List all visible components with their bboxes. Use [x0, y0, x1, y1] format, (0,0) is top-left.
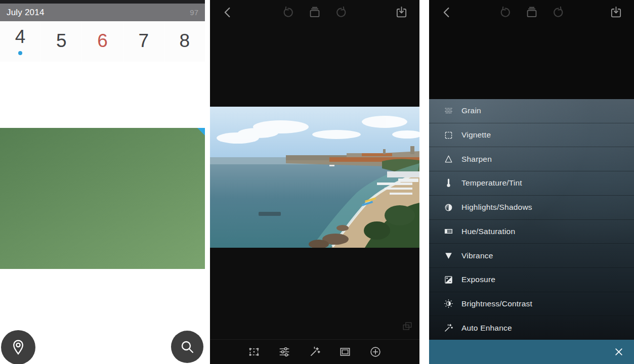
editor-adjust-screen: GrainVignetteSharpenTemperature/TintHigh… — [429, 0, 634, 364]
vignette-icon — [443, 130, 454, 141]
enhance-icon — [308, 345, 321, 358]
sharpen-icon — [443, 154, 454, 164]
adjust-item-temperature-tint[interactable]: Temperature/Tint — [429, 171, 634, 196]
day-cell: 4 — [0, 21, 40, 62]
frame-button[interactable] — [339, 345, 352, 358]
compare-button[interactable] — [402, 321, 413, 332]
back-icon — [440, 6, 454, 19]
redo-button[interactable] — [552, 6, 565, 19]
editor-photo-canvas[interactable] — [210, 107, 419, 248]
back-icon — [221, 6, 235, 19]
day-number: 4 — [15, 27, 26, 46]
export-icon — [609, 6, 623, 19]
crop-icon — [247, 345, 261, 358]
day-number: 7 — [138, 31, 149, 50]
exposure-icon — [443, 275, 454, 285]
brightness-icon — [443, 298, 454, 309]
adjust-item-label: Temperature/Tint — [461, 178, 522, 188]
adjust-item-label: Auto Enhance — [461, 324, 512, 333]
app-window: July 2014 97 43264 x 24483264 x 24483264… — [0, 0, 634, 364]
undo-button[interactable] — [498, 6, 512, 19]
adjust-item-vignette[interactable]: Vignette — [429, 123, 634, 148]
day-number: 6 — [97, 31, 108, 50]
search-button[interactable] — [171, 331, 203, 363]
crop-button[interactable] — [247, 345, 261, 358]
undo-icon — [281, 6, 295, 19]
sync-corner-icon — [197, 128, 205, 135]
highlights-icon — [443, 202, 454, 213]
day-cell: 7 — [123, 21, 164, 62]
day-number: 5 — [56, 31, 67, 50]
adjust-icon — [278, 345, 291, 358]
adjust-item-label: Sharpen — [461, 155, 492, 164]
undo-icon — [498, 6, 512, 19]
adjust-icon — [280, 348, 288, 356]
map-button[interactable] — [1, 330, 35, 364]
enhance-button[interactable] — [308, 345, 321, 358]
location-fab-icon — [9, 338, 27, 356]
day-cell: 5 — [41, 21, 81, 62]
back-button[interactable] — [221, 6, 235, 19]
versions-icon — [308, 6, 322, 19]
adjust-item-vibrance[interactable]: Vibrance — [429, 244, 634, 268]
versions-icon — [525, 6, 538, 19]
add-button[interactable] — [369, 345, 382, 358]
month-title: July 2014 — [7, 8, 45, 18]
adjust-item-grain[interactable]: Grain — [429, 99, 634, 123]
library-header: July 2014 97 — [0, 4, 205, 21]
export-button[interactable] — [395, 6, 408, 19]
editor-bottom-toolbar — [210, 339, 419, 364]
vibrance-icon — [443, 250, 454, 261]
grain-icon — [443, 106, 454, 116]
versions-button[interactable] — [525, 6, 538, 19]
undo-button[interactable] — [281, 6, 295, 19]
compare-icon — [402, 321, 413, 332]
versions-button[interactable] — [308, 6, 322, 19]
close-icon — [614, 347, 624, 357]
adjust-menu-bar — [429, 340, 634, 364]
search-fab-icon — [179, 339, 195, 355]
redo-button[interactable] — [335, 6, 349, 19]
editor-screen — [210, 0, 419, 364]
back-button[interactable] — [440, 6, 454, 19]
add-icon — [369, 345, 382, 358]
photo-thumbnail[interactable] — [0, 128, 205, 269]
day-cell: 8 — [164, 21, 205, 62]
adjust-item-label: Brightness/Contrast — [461, 299, 532, 308]
adjust-item-auto-enhance[interactable]: Auto Enhance — [429, 316, 634, 340]
day-marker-dot — [18, 51, 22, 55]
adjust-item-highlights-shadows[interactable]: Highlights/Shadows — [429, 196, 634, 220]
adjust-item-label: Vignette — [461, 130, 491, 140]
redo-icon — [552, 6, 565, 19]
adjust-item-label: Highlights/Shadows — [461, 203, 532, 212]
editor-top-toolbar — [210, 0, 419, 24]
export-button[interactable] — [609, 6, 623, 19]
hue-icon — [443, 226, 454, 237]
day-cell: 6 — [82, 21, 122, 62]
temperature-icon — [443, 178, 454, 189]
autoenhance-icon — [443, 323, 454, 333]
adjust-top-toolbar — [429, 0, 634, 24]
redo-icon — [335, 6, 349, 19]
adjust-item-label: Hue/Saturation — [461, 227, 515, 236]
photo-count: 97 — [190, 8, 198, 17]
adjust-item-brightness-contrast[interactable]: Brightness/Contrast — [429, 292, 634, 316]
statusbar-strip — [0, 0, 205, 4]
adjust-item-hue-saturation[interactable]: Hue/Saturation — [429, 220, 634, 244]
adjust-item-sharpen[interactable]: Sharpen — [429, 147, 634, 171]
adjust-item-label: Vibrance — [461, 251, 493, 260]
photo-grid: 43264 x 24483264 x 24483264 x 24485472 x… — [0, 21, 205, 364]
adjust-button[interactable] — [278, 345, 291, 358]
day-number: 8 — [180, 31, 190, 50]
frame-icon — [339, 345, 352, 358]
adjust-item-label: Exposure — [461, 275, 495, 284]
adjust-item-label: Grain — [461, 106, 481, 115]
library-screen: July 2014 97 43264 x 24483264 x 24483264… — [0, 0, 205, 364]
adjust-menu-list: GrainVignetteSharpenTemperature/TintHigh… — [429, 99, 634, 340]
close-button[interactable] — [612, 345, 626, 359]
export-icon — [395, 6, 408, 19]
adjust-item-exposure[interactable]: Exposure — [429, 268, 634, 292]
